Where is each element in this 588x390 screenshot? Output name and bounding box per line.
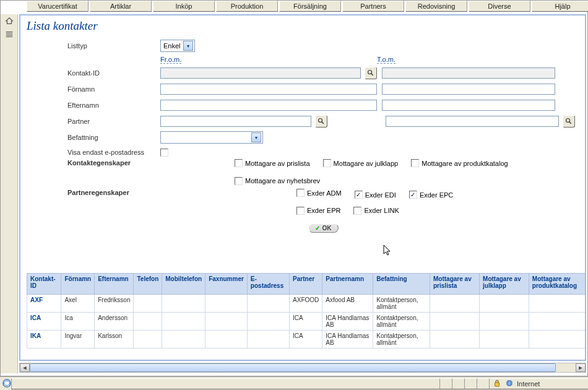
table-row[interactable]: AXFAxelFredrikssonAXFOODAxfood ABKontakt… [27, 295, 586, 313]
tab-diverse[interactable]: Diverse [469, 1, 530, 12]
cell [529, 295, 585, 313]
tab-artiklar[interactable]: Artiklar [90, 1, 152, 12]
partner-from-search-icon[interactable] [315, 115, 327, 128]
table-row[interactable]: ICAIcaAnderssonICAICA Handlarnas ABKonta… [27, 313, 586, 331]
kontaktegenskaper-label: Kontaktegenskaper [67, 159, 160, 167]
efternamn-to-input[interactable] [382, 100, 555, 111]
th-mott-julklapp[interactable]: Mottagare av julklapp [480, 274, 529, 295]
th-fax[interactable]: Faxnummer [205, 274, 248, 295]
kontaktid-from-search-icon[interactable] [365, 67, 377, 79]
page-title: Lista kontakter [20, 15, 585, 35]
partner-to-search-icon[interactable] [563, 115, 575, 128]
scroll-track[interactable] [30, 363, 576, 372]
efternamn-from-input[interactable] [160, 100, 377, 111]
globe-icon [506, 379, 513, 388]
th-kontaktid[interactable]: Kontakt-ID [27, 274, 61, 295]
cell [134, 295, 162, 313]
cell: Ingvar [61, 331, 95, 349]
chk-mottagare-prislista[interactable]: Mottagare av prislista [235, 159, 310, 167]
th-mott-produkt[interactable]: Mottagare av produktkatalog [529, 274, 585, 295]
chk-exder-link[interactable]: Exder LINK [353, 207, 399, 215]
svg-point-0 [368, 71, 372, 74]
cell: ICA Handlarnas AB [322, 313, 373, 331]
cell [529, 331, 585, 349]
svg-rect-7 [495, 383, 499, 386]
chk-mottagare-produktkatalog[interactable]: Mottagare av produktkatalog [411, 159, 508, 167]
status-seg [477, 378, 489, 389]
kontaktid-link[interactable]: ICA [27, 313, 61, 331]
fornamn-to-input[interactable] [382, 84, 555, 95]
th-mott-prislista[interactable]: Mottagare av prislista [430, 274, 480, 295]
tab-partners[interactable]: Partners [342, 1, 404, 12]
scroll-thumb[interactable] [30, 363, 556, 372]
table-header-row: Kontakt-ID Förnamn Efternamn Telefon Mob… [27, 274, 586, 295]
partner-to-input[interactable] [386, 116, 559, 127]
partner-from-input[interactable] [160, 116, 311, 127]
kontaktid-to-input[interactable] [382, 67, 555, 79]
cell: Karlsson [95, 331, 134, 349]
scroll-left-button[interactable]: ◄ [20, 363, 30, 372]
tab-inkop[interactable]: Inköp [153, 1, 215, 12]
kontaktid-link[interactable]: AXF [27, 295, 61, 313]
sidebar [1, 14, 18, 373]
cell: Axfood AB [322, 295, 373, 313]
chk-exder-edi[interactable]: ✓Exder EDI [355, 191, 396, 199]
th-epost[interactable]: E-postadress [247, 274, 289, 295]
home-icon[interactable] [5, 17, 14, 27]
listtyp-select[interactable]: Enkel ▾ [160, 40, 195, 52]
cell [247, 295, 289, 313]
ok-button[interactable]: ✓OK [308, 223, 339, 233]
cell [205, 331, 248, 349]
visa-epost-checkbox[interactable] [160, 149, 168, 157]
table-row[interactable]: IKAIngvarKarlssonICAICA Handlarnas ABKon… [27, 331, 586, 349]
cell [247, 331, 289, 349]
chevron-down-icon[interactable]: ▾ [183, 41, 193, 51]
scroll-right-button[interactable]: ► [576, 363, 586, 372]
th-efternamn[interactable]: Efternamn [95, 274, 134, 295]
kontaktid-link[interactable]: IKA [27, 331, 61, 349]
tab-varucertifikat[interactable]: Varucertifikat [27, 1, 89, 12]
svg-point-4 [566, 119, 570, 123]
horizontal-scrollbar[interactable]: ◄ ► [19, 363, 586, 373]
chk-exder-epc[interactable]: ✓Exder EPC [409, 191, 453, 199]
tab-produktion[interactable]: Produktion [216, 1, 278, 12]
th-partnernamn[interactable]: Partnernamn [322, 274, 373, 295]
cell [529, 313, 585, 331]
chk-exder-adm[interactable]: Exder ADM [296, 189, 342, 197]
chk-exder-epr[interactable]: Exder EPR [296, 207, 340, 215]
results-table: Kontakt-ID Förnamn Efternamn Telefon Mob… [27, 273, 585, 349]
chevron-down-icon[interactable]: ▾ [251, 132, 261, 142]
th-telefon[interactable]: Telefon [134, 274, 162, 295]
th-partner[interactable]: Partner [290, 274, 322, 295]
cell [480, 313, 529, 331]
th-fornamn[interactable]: Förnamn [61, 274, 95, 295]
cell [430, 313, 480, 331]
status-empty-wide [11, 378, 439, 389]
chk-mottagare-julklapp[interactable]: Mottagare av julklapp [323, 159, 399, 167]
lock-icon [493, 379, 501, 388]
ie-logo-icon [0, 379, 11, 389]
listtyp-label: Listtyp [67, 42, 160, 50]
tab-redovisning[interactable]: Redovisning [405, 1, 467, 12]
cell: Kontaktperson, allmänt [373, 331, 430, 349]
tab-hjalp[interactable]: Hjälp [532, 1, 588, 12]
tab-forsaljning[interactable]: Försäljning [279, 1, 341, 12]
cell: AXFOOD [290, 295, 322, 313]
cell [134, 313, 162, 331]
fornamn-from-input[interactable] [160, 84, 377, 95]
content-panel: Lista kontakter Listtyp Enkel ▾ Fr.o.m. … [19, 14, 586, 361]
status-seg [439, 378, 452, 389]
kontaktid-label: Kontakt-ID [67, 69, 160, 77]
menu-bars-icon[interactable] [5, 30, 14, 40]
cell: Kontaktperson, allmänt [373, 295, 430, 313]
cell: Andersson [95, 313, 134, 331]
kontaktid-from-input[interactable] [160, 67, 361, 79]
cell [480, 331, 529, 349]
svg-line-5 [569, 122, 571, 124]
svg-line-3 [322, 122, 324, 124]
th-befattning[interactable]: Befattning [373, 274, 430, 295]
th-mobil[interactable]: Mobiltelefon [162, 274, 205, 295]
chk-mottagare-nyhetsbrev[interactable]: Mottagare av nyhetsbrev [235, 177, 320, 185]
cell [430, 295, 480, 313]
befattning-select[interactable]: ▾ [160, 131, 263, 144]
